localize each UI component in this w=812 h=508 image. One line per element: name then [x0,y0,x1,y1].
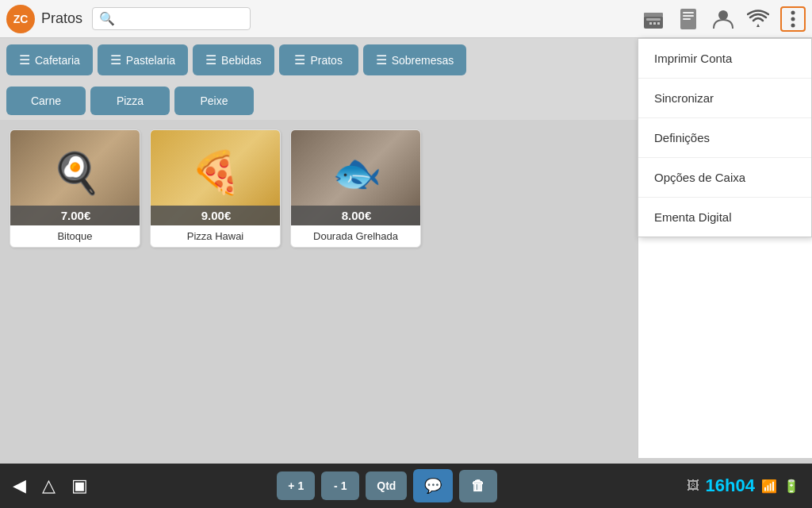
pratos-tab-label: Pratos [310,54,342,67]
svg-rect-7 [683,12,694,13]
bebidas-tab-label: Bebidas [221,54,262,67]
receipt-icon[interactable] [676,6,701,32]
recents-nav-icon[interactable]: ▣ [71,475,88,496]
app-logo: ZC [6,5,35,33]
svg-point-11 [791,10,795,14]
dropdown-item-settings[interactable]: Definições [638,118,811,158]
fish-image: 8.00€ [291,130,421,225]
svg-point-12 [791,17,795,21]
pratos-tab-icon: ☰ [294,52,305,67]
food-item-dourada[interactable]: 8.00€ Dourada Grelhada [290,129,421,248]
svg-point-10 [718,10,728,20]
pizza-image: 9.00€ [151,130,281,225]
svg-rect-5 [657,22,660,25]
sobremesas-tab-icon: ☰ [376,52,387,67]
wifi-icon[interactable] [745,6,771,32]
qty-button[interactable]: Qtd [366,471,407,500]
plus-one-button[interactable]: + 1 [277,471,315,500]
overflow-menu-icon[interactable] [780,6,806,32]
fish-name: Dourada Grelhada [291,225,420,247]
items-area: 7.00€ Bitoque 9.00€ Pizza Hawai 8.00€ Do… [0,120,638,458]
user-icon[interactable] [710,6,736,32]
dropdown-item-cash-options[interactable]: Opções de Caixa [638,158,811,198]
pastelaria-tab-label: Pastelaria [126,54,175,67]
top-bar: ZC Pratos 🔍 [0,0,812,38]
svg-rect-0 [644,16,663,29]
search-bar[interactable]: 🔍 [92,7,251,30]
tab-pratos[interactable]: ☰ Pratos [279,44,358,75]
dropdown-item-print-bill[interactable]: Imprimir Conta [638,39,811,79]
tab-cafetaria[interactable]: ☰ Cafetaria [6,44,93,75]
screen-status-icon: 🖼 [687,479,699,493]
sobremesas-tab-label: Sobremesas [392,54,454,67]
nav-icons: ◀ △ ▣ [13,475,88,496]
cafetaria-tab-icon: ☰ [19,52,30,67]
wifi-status-icon: 📶 [761,479,777,494]
minus-one-button[interactable]: - 1 [321,471,359,500]
battery-status-icon: 🔋 [783,479,799,494]
bitoque-image: 7.00€ [10,130,140,225]
bitoque-price: 7.00€ [10,206,140,225]
subcat-peixe[interactable]: Peixe [174,87,254,115]
subcat-carne[interactable]: Carne [6,87,86,115]
svg-rect-2 [644,13,663,17]
bebidas-tab-icon: ☰ [205,52,216,67]
svg-rect-1 [646,18,661,21]
cash-register-icon[interactable] [641,6,666,32]
svg-point-13 [791,23,795,27]
search-input[interactable] [115,13,250,25]
home-nav-icon[interactable]: △ [42,475,56,496]
action-buttons: + 1 - 1 Qtd 💬 🗑 [277,469,497,502]
tab-bebidas[interactable]: ☰ Bebidas [193,44,274,75]
status-area: 🖼 16h04 📶 🔋 [687,475,799,496]
back-nav-icon[interactable]: ◀ [13,475,26,496]
bitoque-name: Bitoque [10,225,140,247]
food-item-pizza-hawai[interactable]: 9.00€ Pizza Hawai [150,129,281,248]
app-title: Pratos [41,10,82,27]
tab-sobremesas[interactable]: ☰ Sobremesas [363,44,467,75]
svg-rect-3 [649,22,652,25]
dropdown-menu: Imprimir Conta Sincronizar Definições Op… [638,38,812,237]
clock-display: 16h04 [706,475,755,496]
dropdown-item-digital-menu[interactable]: Ementa Digital [638,198,811,237]
trash-button[interactable]: 🗑 [459,470,497,502]
top-icons [641,6,806,32]
dropdown-item-sync[interactable]: Sincronizar [638,79,811,118]
cafetaria-tab-label: Cafetaria [35,54,80,67]
pastelaria-tab-icon: ☰ [110,52,121,67]
svg-rect-8 [683,15,694,17]
tab-pastelaria[interactable]: ☰ Pastelaria [98,44,188,75]
bottom-bar: ◀ △ ▣ + 1 - 1 Qtd 💬 🗑 🖼 16h04 📶 🔋 [0,464,812,508]
pizza-name: Pizza Hawai [151,225,280,247]
svg-rect-9 [683,18,691,20]
pizza-price: 9.00€ [151,206,281,225]
fish-price: 8.00€ [291,206,421,225]
food-item-bitoque[interactable]: 7.00€ Bitoque [10,129,140,248]
subcat-pizza[interactable]: Pizza [90,87,170,115]
chat-button[interactable]: 💬 [413,469,453,502]
svg-rect-4 [653,22,656,25]
search-icon: 🔍 [99,11,115,26]
